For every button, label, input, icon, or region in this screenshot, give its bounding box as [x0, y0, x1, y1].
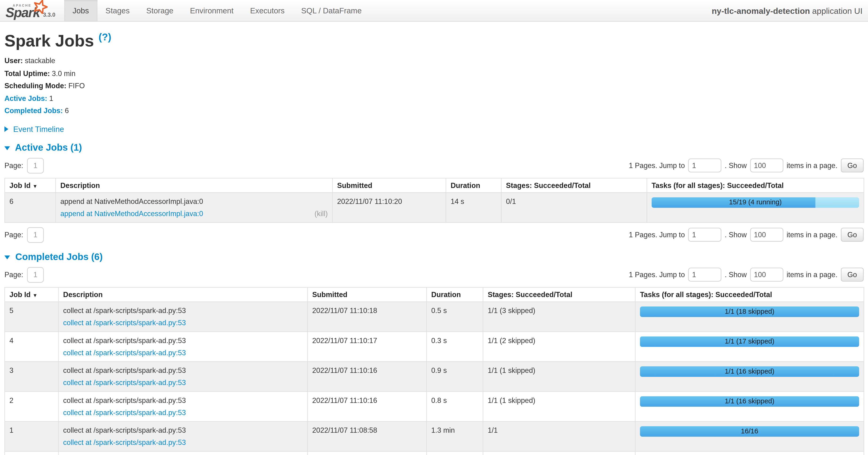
jump-to-page-input[interactable] — [688, 159, 721, 172]
submitted-cell: 2022/11/07 11:08:58 — [308, 421, 427, 451]
progress-label: 1/1 (17 skipped) — [640, 336, 859, 347]
completed-jobs-table: Job Id ▼ Description Submitted Duration … — [4, 287, 864, 455]
job-detail-link[interactable]: collect at /spark-scripts/spark-ad.py:53 — [63, 348, 186, 357]
tab-storage[interactable]: Storage — [138, 0, 182, 21]
tab-environment[interactable]: Environment — [182, 0, 242, 21]
job-detail-link[interactable]: collect at /spark-scripts/spark-ad.py:53 — [63, 438, 186, 446]
stages-cell: 0/1 — [501, 192, 647, 223]
jump-to-page-input[interactable] — [688, 268, 721, 282]
collapse-arrow-icon — [4, 146, 10, 150]
column-duration[interactable]: Duration — [446, 178, 501, 192]
application-name: ny-tlc-anomaly-detection application UI — [712, 0, 862, 21]
stages-cell: 1/1 (2 skipped) — [483, 332, 635, 362]
jump-to-page-input[interactable] — [688, 228, 721, 242]
go-button[interactable]: Go — [841, 228, 864, 242]
help-link[interactable]: (?) — [99, 32, 111, 43]
table-header-row: Job Id ▼ Description Submitted Duration … — [5, 178, 864, 192]
items-per-page-input[interactable] — [750, 228, 783, 242]
job-detail-link[interactable]: append at NativeMethodAccessorImpl.java:… — [60, 209, 203, 218]
column-submitted[interactable]: Submitted — [308, 287, 427, 302]
completed-jobs-heading[interactable]: Completed Jobs (6) — [4, 252, 864, 263]
table-row: 3 collect at /spark-scripts/spark-ad.py:… — [5, 361, 864, 391]
items-text: items in a page. — [787, 231, 838, 239]
column-description[interactable]: Description — [58, 287, 308, 302]
nav-tabs: Jobs Stages Storage Environment Executor… — [64, 0, 370, 21]
description-cell: append at NativeMethodAccessorImpl.java:… — [56, 192, 332, 223]
description-text: append at NativeMethodAccessorImpl.java:… — [60, 197, 328, 205]
column-stages[interactable]: Stages: Succeeded/Total — [483, 287, 635, 302]
description-cell: collect at /spark-scripts/spark-ad.py:53… — [58, 391, 308, 422]
active-jobs-pagination-bottom: Page: 1 Pages. Jump to . Show items in a… — [4, 227, 864, 243]
job-summary: User: stackable Total Uptime: 3.0 min Sc… — [4, 56, 864, 116]
tasks-cell: 1/1 (17 skipped) — [635, 332, 864, 362]
active-jobs-link[interactable]: Active Jobs: — [4, 94, 48, 102]
active-jobs-heading[interactable]: Active Jobs (1) — [4, 142, 864, 153]
page-title: Spark Jobs (?) — [4, 32, 864, 51]
table-header-row: Job Id ▼ Description Submitted Duration … — [5, 287, 864, 302]
show-text: . Show — [725, 162, 747, 170]
event-timeline-toggle[interactable]: Event Timeline — [4, 124, 864, 134]
show-text: . Show — [725, 271, 747, 279]
items-per-page-input[interactable] — [750, 159, 783, 172]
progress-label: 1/1 (18 skipped) — [640, 306, 859, 317]
column-tasks[interactable]: Tasks (for all stages): Succeeded/Total — [647, 178, 864, 192]
tasks-progress-bar: 1/1 (16 skipped) — [640, 396, 859, 407]
table-row: 6 append at NativeMethodAccessorImpl.jav… — [5, 192, 864, 223]
tasks-progress-bar: 1/1 (16 skipped) — [640, 366, 859, 377]
job-detail-link[interactable]: collect at /spark-scripts/spark-ad.py:53 — [63, 378, 186, 387]
tab-jobs[interactable]: Jobs — [64, 0, 97, 21]
description-cell: parquet at NativeMethodAccessorImpl.java… — [58, 451, 308, 455]
table-row: 4 collect at /spark-scripts/spark-ad.py:… — [5, 332, 864, 362]
go-button[interactable]: Go — [841, 268, 864, 282]
page-number-input[interactable] — [27, 227, 44, 243]
table-row: 2 collect at /spark-scripts/spark-ad.py:… — [5, 391, 864, 422]
page-label: Page: — [4, 231, 23, 239]
column-stages[interactable]: Stages: Succeeded/Total — [501, 178, 647, 192]
page-number-input[interactable] — [27, 158, 44, 173]
show-text: . Show — [725, 231, 747, 239]
column-description[interactable]: Description — [56, 178, 332, 192]
page-number-input[interactable] — [27, 267, 44, 283]
job-id-cell: 0 — [5, 451, 58, 455]
tasks-cell: 15/19 (4 running) — [647, 192, 864, 223]
progress-label: 1/1 (16 skipped) — [640, 366, 859, 377]
description-text: collect at /spark-scripts/spark-ad.py:53 — [63, 396, 303, 404]
progress-label: 15/19 (4 running) — [652, 197, 859, 208]
tab-sql-dataframe[interactable]: SQL / DataFrame — [293, 0, 370, 21]
collapse-arrow-icon — [4, 255, 10, 259]
progress-label: 16/16 — [640, 426, 859, 437]
column-job-id[interactable]: Job Id ▼ — [5, 178, 56, 192]
summary-user: User: stackable — [4, 56, 864, 66]
submitted-cell: 2022/11/07 11:08:15 — [308, 451, 427, 455]
duration-cell: 0.9 s — [427, 361, 483, 391]
pages-text: 1 Pages. Jump to — [629, 271, 685, 279]
duration-cell: 39 s — [427, 451, 483, 455]
tasks-cell: 1/1 (18 skipped) — [635, 302, 864, 332]
completed-jobs-link[interactable]: Completed Jobs: — [4, 107, 63, 115]
tab-executors[interactable]: Executors — [242, 0, 293, 21]
duration-cell: 0.8 s — [427, 391, 483, 422]
completed-jobs-pagination-top: Page: 1 Pages. Jump to . Show items in a… — [4, 267, 864, 283]
duration-cell: 1.3 min — [427, 421, 483, 451]
column-job-id[interactable]: Job Id ▼ — [5, 287, 58, 302]
summary-completed-jobs: Completed Jobs: 6 — [4, 106, 864, 116]
job-detail-link[interactable]: collect at /spark-scripts/spark-ad.py:53 — [63, 318, 186, 326]
column-submitted[interactable]: Submitted — [332, 178, 446, 192]
tasks-cell: 1/1 — [635, 451, 864, 455]
kill-link[interactable]: (kill) — [315, 209, 328, 218]
tasks-progress-bar: 1/1 (17 skipped) — [640, 336, 859, 347]
go-button[interactable]: Go — [841, 159, 864, 172]
column-tasks[interactable]: Tasks (for all stages): Succeeded/Total — [635, 287, 864, 302]
tab-stages[interactable]: Stages — [97, 0, 138, 21]
job-id-cell: 2 — [5, 391, 58, 422]
description-text: collect at /spark-scripts/spark-ad.py:53 — [63, 306, 303, 314]
items-per-page-input[interactable] — [750, 268, 783, 282]
column-duration[interactable]: Duration — [427, 287, 483, 302]
items-text: items in a page. — [787, 162, 838, 170]
description-cell: collect at /spark-scripts/spark-ad.py:53… — [58, 302, 308, 332]
summary-scheduling-mode: Scheduling Mode: FIFO — [4, 81, 864, 91]
spark-logo[interactable]: APACHE Spark 3.3.0 — [0, 0, 64, 21]
sort-descending-icon: ▼ — [33, 183, 37, 189]
tasks-progress-bar: 16/16 — [640, 426, 859, 437]
job-detail-link[interactable]: collect at /spark-scripts/spark-ad.py:53 — [63, 408, 186, 417]
